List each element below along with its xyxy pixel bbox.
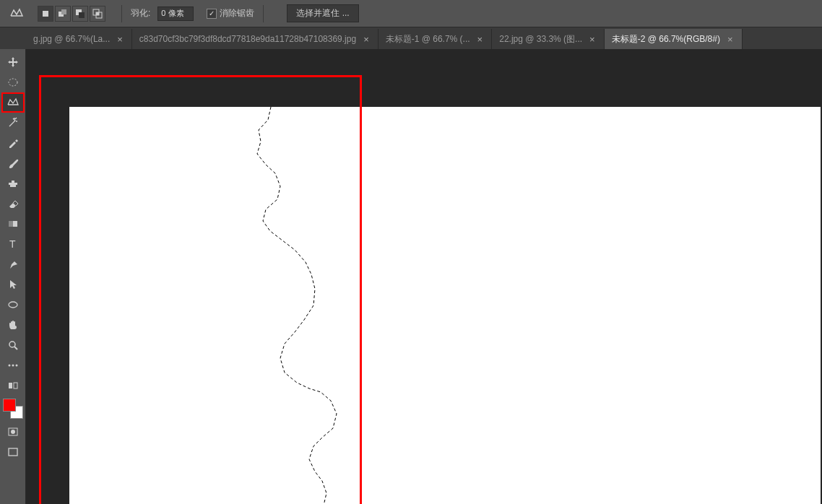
- svg-rect-19: [14, 383, 17, 388]
- clone-stamp-tool[interactable]: [1, 173, 25, 194]
- document-canvas[interactable]: [69, 107, 821, 504]
- svg-rect-2: [61, 9, 66, 14]
- tab-label: 22.jpg @ 33.3% (图...: [499, 33, 582, 45]
- selection-intersect-button[interactable]: [90, 6, 105, 22]
- more-tools[interactable]: [1, 355, 25, 375]
- move-tool[interactable]: [1, 52, 25, 72]
- quick-mask-toggle[interactable]: [1, 422, 25, 442]
- close-icon[interactable]: ×: [362, 34, 371, 45]
- close-icon[interactable]: ×: [726, 34, 735, 45]
- type-tool[interactable]: T: [1, 234, 25, 254]
- foreground-color-swatch[interactable]: [3, 399, 16, 412]
- document-tab[interactable]: g.jpg @ 66.7%(La... ×: [26, 29, 132, 49]
- tab-label: 未标题-1 @ 66.7% (...: [386, 33, 470, 45]
- tab-label: c83d70cf3bc79f3df8dcd77818e9da11728b4710…: [139, 34, 356, 44]
- svg-point-13: [9, 342, 15, 347]
- document-tab[interactable]: 未标题-2 @ 66.7%(RGB/8#) ×: [605, 29, 743, 49]
- hand-tool[interactable]: [1, 315, 25, 335]
- current-tool-icon: [6, 4, 27, 23]
- svg-point-8: [9, 79, 17, 86]
- svg-point-16: [12, 365, 14, 367]
- svg-rect-7: [96, 12, 99, 15]
- svg-point-12: [9, 302, 17, 308]
- path-selection-tool[interactable]: [1, 274, 25, 295]
- divider: [121, 5, 122, 22]
- svg-rect-4: [79, 12, 85, 18]
- svg-point-21: [11, 430, 15, 434]
- selection-subtract-button[interactable]: [72, 6, 88, 22]
- close-icon[interactable]: ×: [476, 34, 485, 45]
- document-tab[interactable]: 未标题-1 @ 66.7% (... ×: [378, 29, 492, 49]
- svg-text:T: T: [9, 238, 16, 250]
- screen-mode-toggle[interactable]: [1, 442, 25, 462]
- color-swatches[interactable]: [3, 399, 23, 419]
- zoom-tool[interactable]: [1, 335, 25, 355]
- select-and-mask-button[interactable]: 选择并遮住 ...: [287, 4, 358, 22]
- svg-line-14: [14, 347, 17, 349]
- main-area: T: [0, 49, 822, 504]
- document-tab-bar: g.jpg @ 66.7%(La... × c83d70cf3bc79f3df8…: [0, 27, 822, 49]
- close-icon[interactable]: ×: [588, 34, 597, 45]
- svg-point-17: [15, 365, 17, 367]
- options-bar: 羽化: ✓ 消除锯齿 选择并遮住 ...: [0, 0, 822, 27]
- feather-input[interactable]: [157, 6, 194, 21]
- gradient-tool[interactable]: [1, 214, 25, 234]
- close-icon[interactable]: ×: [116, 34, 124, 45]
- svg-rect-18: [9, 383, 12, 388]
- anti-alias-option[interactable]: ✓ 消除锯齿: [207, 7, 254, 19]
- selection-add-button[interactable]: [55, 6, 71, 22]
- document-tab[interactable]: 22.jpg @ 33.3% (图... ×: [492, 29, 605, 49]
- feather-label: 羽化:: [131, 7, 150, 19]
- svg-rect-22: [9, 448, 17, 456]
- marquee-tool[interactable]: [1, 72, 25, 92]
- svg-point-15: [8, 365, 10, 367]
- svg-rect-10: [9, 221, 13, 227]
- tab-label: g.jpg @ 66.7%(La...: [33, 34, 110, 44]
- eraser-tool[interactable]: [1, 194, 25, 214]
- magic-wand-tool[interactable]: [1, 113, 25, 133]
- shape-tool[interactable]: [1, 295, 25, 315]
- canvas-area[interactable]: [26, 49, 822, 504]
- selection-mode-group: [38, 6, 105, 22]
- lasso-tool[interactable]: [1, 92, 25, 113]
- eyedropper-tool[interactable]: [1, 133, 25, 153]
- edit-toolbar[interactable]: [1, 375, 25, 396]
- document-tab[interactable]: c83d70cf3bc79f3df8dcd77818e9da11728b4710…: [132, 29, 378, 49]
- selection-new-button[interactable]: [38, 6, 53, 22]
- divider: [263, 5, 264, 22]
- toolbox: T: [0, 49, 26, 504]
- brush-tool[interactable]: [1, 153, 25, 173]
- svg-rect-0: [43, 11, 48, 17]
- anti-alias-checkbox[interactable]: ✓: [207, 9, 217, 19]
- tab-label: 未标题-2 @ 66.7%(RGB/8#): [612, 33, 720, 45]
- anti-alias-label: 消除锯齿: [220, 7, 254, 19]
- pen-tool[interactable]: [1, 254, 25, 274]
